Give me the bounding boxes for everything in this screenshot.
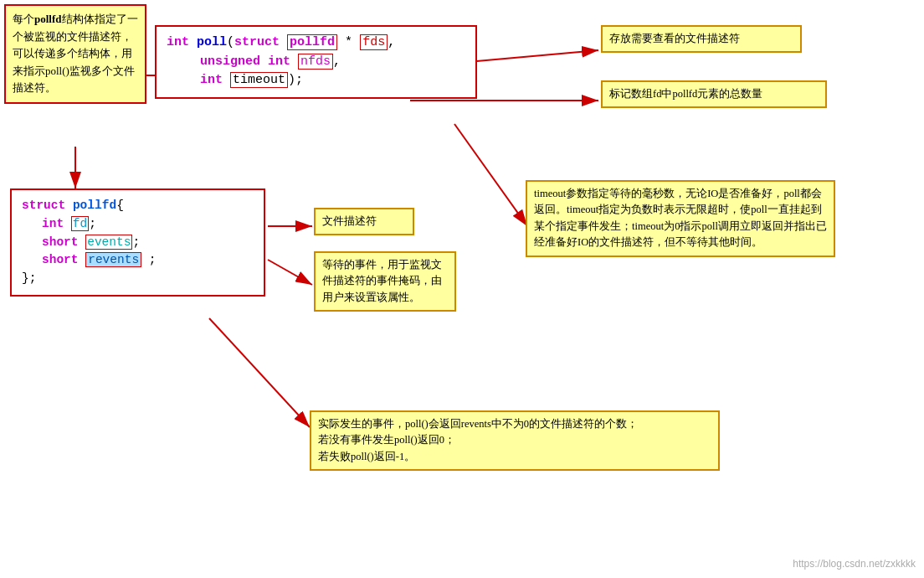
fds-note-text: 存放需要查看的文件描述符 <box>609 33 740 44</box>
svg-line-8 <box>209 318 310 427</box>
diagram: 每个pollfd结构体指定了一个被监视的文件描述符，可以传递多个结构体，用来指示… <box>0 0 924 578</box>
events-note-box: 等待的事件，用于监视文件描述符的事件掩码，由用户来设置该属性。 <box>314 251 456 312</box>
fd-note-text: 文件描述符 <box>322 215 377 227</box>
struct-def-box: struct pollfd{ int fd; short events; sho… <box>10 188 265 297</box>
struct-line2: int fd; <box>22 215 254 234</box>
timeout-note-box: timeout参数指定等待的毫秒数，无论IO是否准备好，poll都会返回。tim… <box>526 180 835 257</box>
struct-line5: }; <box>22 270 254 288</box>
watermark: https://blog.csdn.net/zxkkkk <box>793 558 916 570</box>
nfds-note-box: 标记数组fd中pollfd元素的总数量 <box>601 80 827 108</box>
struct-note-text: 每个pollfd结构体指定了一个被监视的文件描述符，可以传递多个结构体，用来指示… <box>13 13 138 94</box>
svg-line-7 <box>268 260 312 285</box>
poll-signature-box: int poll(struct pollfd * fds, unsigned i… <box>155 25 477 99</box>
poll-sig-line2: unsigned int nfds, <box>167 53 465 72</box>
struct-note-box: 每个pollfd结构体指定了一个被监视的文件描述符，可以传递多个结构体，用来指示… <box>4 4 146 104</box>
poll-sig-line3: int timeout); <box>167 71 465 90</box>
timeout-note-text: timeout参数指定等待的毫秒数，无论IO是否准备好，poll都会返回。tim… <box>534 188 827 248</box>
events-note-text: 等待的事件，用于监视文件描述符的事件掩码，由用户来设置该属性。 <box>322 259 442 303</box>
struct-line1: struct pollfd{ <box>22 197 254 215</box>
revents-note-box: 实际发生的事件，poll()会返回revents中不为0的文件描述符的个数； 若… <box>310 410 720 471</box>
poll-sig-line1: int poll(struct pollfd * fds, <box>167 34 465 53</box>
fds-note-box: 存放需要查看的文件描述符 <box>601 25 802 53</box>
struct-line3: short events; <box>22 234 254 252</box>
revents-note-text: 实际发生的事件，poll()会返回revents中不为0的文件描述符的个数； 若… <box>318 418 638 462</box>
svg-line-4 <box>454 124 527 226</box>
fd-note-box: 文件描述符 <box>314 208 414 235</box>
struct-line4: short revents ; <box>22 251 254 270</box>
nfds-note-text: 标记数组fd中pollfd元素的总数量 <box>609 88 762 100</box>
